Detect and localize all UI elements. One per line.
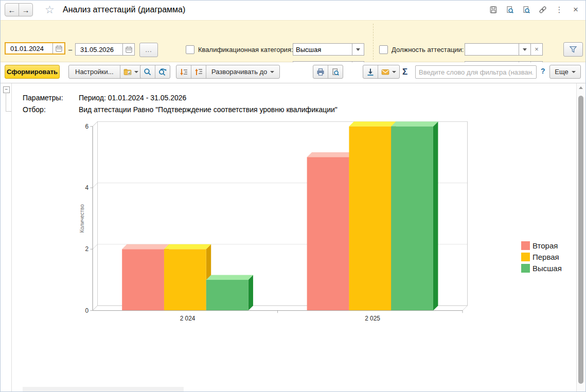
bar-top-face: [122, 244, 169, 249]
attestation-chart: 0246Количество2 0242 025: [1, 83, 576, 392]
period-from-field: [5, 42, 65, 55]
category-value: Высшая: [293, 44, 352, 55]
expand-groups-button[interactable]: [176, 65, 191, 78]
help-button[interactable]: ?: [541, 67, 545, 75]
scroll-up-icon[interactable]: [579, 86, 583, 89]
preview-button[interactable]: [328, 65, 343, 78]
groups-button-group: Разворачивать до: [176, 65, 280, 79]
position-clear-button[interactable]: ×: [530, 44, 542, 55]
y-tick-label: 6: [85, 123, 89, 130]
generate-button[interactable]: Сформировать: [5, 65, 60, 79]
expand-groups-icon: [180, 68, 188, 76]
collapse-groups-icon: [194, 68, 203, 76]
legend-label: Первая: [532, 253, 559, 261]
nav-button-group: ← →: [5, 3, 33, 16]
category-checkbox[interactable]: [186, 45, 194, 54]
chevron-down-icon: [356, 48, 360, 51]
calendar-icon: [55, 45, 63, 52]
position-dropdown-button[interactable]: [519, 44, 530, 55]
period-dash: –: [68, 46, 72, 54]
print-preview-button[interactable]: [522, 5, 531, 14]
y-tick-label: 4: [85, 184, 89, 191]
header: ← → ☆ Анализ аттестаций (диаграмма) ⋮ ×: [1, 1, 585, 20]
settings-button-group: Настройки...: [68, 65, 142, 79]
back-button[interactable]: ←: [5, 4, 19, 16]
legend-label: Высшая: [532, 264, 562, 273]
bar-Первая-2 025[interactable]: [349, 127, 391, 311]
legend-swatch: [521, 253, 530, 261]
cancel-search-button[interactable]: [155, 65, 170, 78]
x-category-label: 2 024: [180, 315, 196, 322]
bar-Первая-2 024[interactable]: [164, 249, 206, 310]
bar-Вторая-2 024[interactable]: [122, 249, 164, 310]
settings-button[interactable]: Настройки...: [69, 65, 120, 78]
printer-icon: [316, 68, 325, 76]
filter-settings-button[interactable]: [563, 42, 583, 57]
y-tick-label: 0: [85, 307, 89, 314]
export-button-group: [363, 65, 400, 79]
legend-swatch: [521, 264, 530, 273]
collapse-groups-button[interactable]: [191, 65, 206, 78]
bar-Высшая-2 024[interactable]: [206, 280, 248, 311]
bar-top-face: [206, 275, 253, 279]
print-button[interactable]: [505, 5, 514, 14]
period-to-calendar-button[interactable]: [122, 44, 134, 55]
bar-top-face: [391, 121, 438, 126]
vertical-scrollbar[interactable]: [576, 83, 585, 392]
sum-button[interactable]: Σ: [402, 65, 407, 79]
horizontal-scrollbar[interactable]: [23, 387, 184, 392]
link-button[interactable]: [538, 5, 547, 14]
period-from-calendar-button[interactable]: [52, 43, 64, 54]
more-actions-button[interactable]: Еще: [549, 65, 581, 79]
forward-icon: →: [22, 6, 30, 14]
save-file-button[interactable]: [363, 65, 378, 78]
filter-panel: – ... Аттестация пройдена успешно Квалиф…: [1, 20, 585, 62]
app-window: ← → ☆ Анализ аттестаций (диаграмма) ⋮ × …: [0, 0, 586, 392]
report-toolbar: Сформировать Настройки... Разворачивать …: [1, 62, 585, 83]
clear-icon: ×: [535, 47, 539, 52]
report-area: − Параметры: Период: 01.01.2024 - 31.05.…: [1, 83, 585, 392]
quick-filter-input[interactable]: [415, 65, 537, 79]
legend-item: Первая: [521, 251, 562, 262]
report-variants-button[interactable]: [120, 65, 141, 78]
bar-Высшая-2 025[interactable]: [391, 127, 433, 311]
print-preview-icon: [331, 68, 340, 76]
cancel-search-icon: [158, 68, 167, 76]
legend-item: Высшая: [521, 262, 562, 274]
search-button[interactable]: [140, 65, 155, 78]
chart-legend: ВтораяПерваяВысшая: [521, 240, 562, 274]
y-tick-label: 2: [85, 245, 89, 253]
report-variant-icon: [123, 68, 132, 76]
period-from-input[interactable]: [8, 45, 50, 52]
print-button[interactable]: [313, 65, 328, 78]
send-mail-button[interactable]: [378, 65, 399, 78]
close-icon[interactable]: ×: [571, 5, 580, 14]
position-value: [465, 44, 519, 55]
scrollbar-thumb[interactable]: [578, 96, 583, 384]
bar-top-face: [349, 121, 396, 126]
bar-top-face: [164, 244, 211, 249]
back-icon: ←: [8, 6, 16, 14]
x-category-label: 2 025: [365, 315, 380, 322]
period-to-input[interactable]: [78, 46, 120, 54]
category-select[interactable]: Высшая: [293, 43, 364, 56]
legend-label: Вторая: [532, 241, 558, 250]
bar-side-face: [248, 275, 253, 310]
more-menu-icon[interactable]: ⋮: [555, 5, 564, 14]
print-button-group: [313, 65, 343, 79]
position-select[interactable]: ×: [465, 43, 543, 56]
bar-Вторая-2 025[interactable]: [307, 157, 349, 310]
search-button-group: [140, 65, 170, 79]
y-axis-label: Количество: [79, 204, 85, 233]
save-button[interactable]: [489, 5, 498, 14]
category-dropdown-button[interactable]: [352, 44, 364, 55]
period-more-button[interactable]: ...: [139, 43, 158, 57]
funnel-icon: [569, 45, 577, 54]
calendar-icon: [125, 46, 133, 54]
chevron-down-icon: [392, 71, 396, 73]
favorites-star-icon[interactable]: ☆: [45, 4, 55, 16]
period-to-field: [75, 43, 135, 56]
forward-button[interactable]: →: [19, 4, 32, 16]
expand-to-button[interactable]: Разворачивать до: [206, 65, 279, 78]
position-checkbox[interactable]: [379, 45, 388, 54]
